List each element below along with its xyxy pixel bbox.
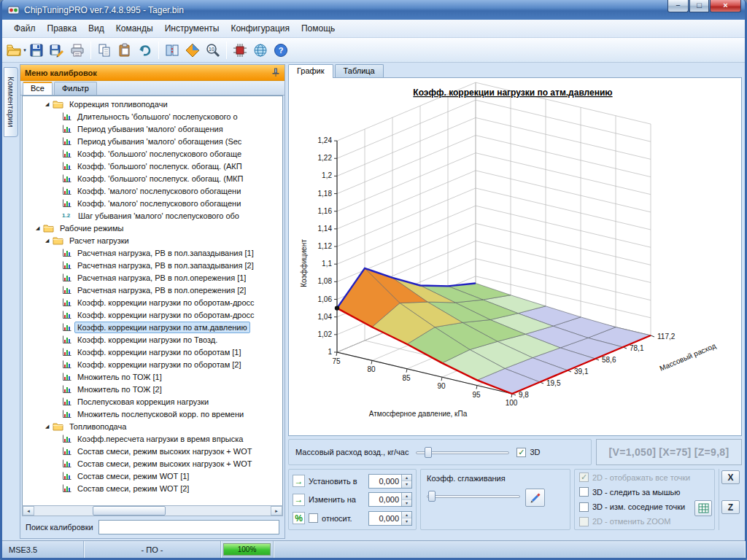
paste-button[interactable] bbox=[115, 40, 135, 61]
tree-item[interactable]: Коэфф. коррекции нагрузки по атм.давлени… bbox=[23, 321, 282, 333]
minimize-button[interactable]: − bbox=[667, 0, 689, 12]
menu-item-4[interactable]: Команды bbox=[110, 21, 159, 36]
tree-item[interactable]: Расчетная нагрузка, РВ в пол.запаздывани… bbox=[23, 246, 282, 259]
scroll-left-arrow[interactable]: ◂ bbox=[23, 506, 34, 516]
menu-item-1[interactable]: Файл bbox=[8, 21, 42, 36]
tree-item[interactable]: Множитель по ТОЖ [1] bbox=[23, 370, 282, 383]
tree-item[interactable]: Коэфф. коррекции нагрузки по Твозд. bbox=[23, 333, 282, 346]
tree-folder[interactable]: ◢Рабочие режимы bbox=[23, 222, 282, 234]
tree-item[interactable]: Период убывания 'малого' обогащения (Sec bbox=[23, 135, 282, 147]
tree-item[interactable]: Коэфф. 'малого' послепускового обогащени bbox=[23, 184, 282, 197]
help-button[interactable]: ? bbox=[271, 40, 291, 61]
set-value-field[interactable]: 0,000 bbox=[369, 475, 401, 488]
tree-item[interactable]: Послепусковая коррекция нагрузки bbox=[23, 395, 282, 408]
title-bar[interactable]: ChipTuningPRO ver.7.4.8.995 - Tager.bin … bbox=[2, 0, 745, 20]
tree-item[interactable]: Расчетная нагрузка, РВ в пол.опережения … bbox=[23, 271, 282, 284]
tab-graph[interactable]: График bbox=[288, 64, 333, 78]
mass-flow-slider[interactable] bbox=[416, 446, 509, 459]
tree-expander-icon[interactable]: ◢ bbox=[45, 238, 53, 244]
tree-item[interactable]: Коэфф. коррекции нагрузки по оборотам-др… bbox=[23, 308, 282, 321]
menu-item-6[interactable]: Конфигурация bbox=[225, 21, 295, 36]
3d-surface-chart[interactable]: 11,021,041,061,081,11,121,141,161,181,21… bbox=[290, 81, 742, 435]
print-button[interactable] bbox=[67, 40, 88, 61]
tree-item[interactable]: Множитель послепусковой корр. по времени bbox=[23, 408, 282, 420]
tree-folder[interactable]: ◢Топливоподача bbox=[23, 420, 282, 432]
tab-filter[interactable]: Фильтр bbox=[54, 82, 97, 95]
x-axis-button[interactable]: X bbox=[721, 470, 740, 484]
spinner-arrows[interactable]: ▴▾ bbox=[401, 512, 411, 525]
diff-button[interactable] bbox=[182, 40, 203, 61]
set-value-spinner[interactable]: 0,000 ▴▾ bbox=[368, 474, 412, 489]
tree-horizontal-scrollbar[interactable]: ◂ ▸ bbox=[22, 505, 283, 516]
tree-item[interactable]: Состав смеси, режим WOT [1] bbox=[23, 470, 282, 482]
tree-folder[interactable]: ◢Расчет нагрузки bbox=[23, 234, 282, 246]
tree-item[interactable]: Коэфф. 'большого' послепуск. обогащ. (МК… bbox=[23, 172, 282, 184]
tree-folder[interactable]: ◢Коррекция топливоподачи bbox=[23, 98, 282, 110]
slider-thumb[interactable] bbox=[428, 491, 436, 502]
surface-mesh bbox=[337, 268, 651, 394]
compare-button[interactable] bbox=[162, 40, 182, 61]
change-value-spinner[interactable]: 0,000 ▴▾ bbox=[368, 492, 412, 507]
tree-item[interactable]: Коэфф. 'малого' послепускового обогащени bbox=[23, 197, 282, 209]
menu-item-5[interactable]: Инструменты bbox=[159, 21, 225, 36]
tree-item[interactable]: Длительность 'большого' послепускового о bbox=[23, 110, 282, 122]
smoothing-slider[interactable] bbox=[427, 489, 520, 502]
tree-item[interactable]: Расчетная нагрузка, РВ в пол.опережения … bbox=[23, 284, 282, 296]
tree-item[interactable]: Состав смеси, режим высоких нагрузок + W… bbox=[23, 457, 282, 470]
tree-item[interactable]: Множитель по ТОЖ [2] bbox=[23, 383, 282, 395]
tree-expander-icon[interactable]: ◢ bbox=[36, 225, 43, 231]
spinner-arrows[interactable]: ▴▾ bbox=[401, 493, 411, 506]
menu-item-2[interactable]: Правка bbox=[42, 21, 83, 36]
relative-value-field[interactable]: 0,000 bbox=[369, 512, 401, 525]
tree-item[interactable]: Коэфф.пересчета нагрузки в время впрыска bbox=[23, 432, 282, 445]
toolbar-separator bbox=[90, 42, 91, 59]
tree-item[interactable]: Коэфф. коррекции нагрузки по оборотам [2… bbox=[23, 358, 282, 370]
checkbox-3d-view[interactable]: ✓ 3D bbox=[516, 448, 540, 457]
menu-item-3[interactable]: Вид bbox=[82, 21, 110, 36]
apply-smoothing-button[interactable] bbox=[525, 489, 545, 507]
tree-item[interactable]: Состав смеси, режим высоких нагрузок + W… bbox=[23, 445, 282, 457]
tree-item[interactable]: Коэфф. коррекции нагрузки по оборотам-др… bbox=[23, 296, 282, 308]
zoom-button[interactable]: 10 bbox=[203, 40, 223, 61]
option-checkbox-3[interactable]: 3D - изм. соседние точки bbox=[579, 502, 710, 512]
spinner-arrows[interactable]: ▴▾ bbox=[401, 475, 411, 488]
menu-item-7[interactable]: Помощь bbox=[295, 21, 341, 36]
option-checkbox-4[interactable]: 2D - отменить ZOOM bbox=[579, 517, 710, 526]
option-checkbox-1[interactable]: ✓2D - отображать все точки bbox=[579, 472, 710, 482]
relative-checkbox[interactable]: относит. bbox=[309, 513, 365, 523]
tree-expander-icon[interactable]: ◢ bbox=[45, 101, 53, 107]
open-button[interactable]: ▾ bbox=[6, 40, 26, 61]
scrollbar-thumb[interactable] bbox=[93, 506, 166, 516]
grid-table-button[interactable] bbox=[694, 500, 712, 516]
tab-table[interactable]: Таблица bbox=[335, 64, 384, 78]
relative-label: относит. bbox=[322, 514, 352, 523]
pin-icon[interactable] bbox=[271, 68, 280, 77]
change-value-field[interactable]: 0,000 bbox=[369, 493, 401, 506]
tree-item[interactable]: Коэфф. коррекции нагрузки по оборотам [1… bbox=[23, 346, 282, 358]
option-checkbox-2[interactable]: 3D - следить за мышью bbox=[579, 487, 710, 497]
tree-item[interactable]: Состав смеси, режим WOT [2] bbox=[23, 482, 282, 494]
save-button[interactable] bbox=[26, 40, 47, 61]
tree-item[interactable]: Коэфф. 'большого' послепускового обогаще bbox=[23, 147, 282, 160]
svg-text:1,08: 1,08 bbox=[318, 277, 333, 285]
tree-item[interactable]: Расчетная нагрузка, РВ в пол.запаздывани… bbox=[23, 259, 282, 271]
tree-item[interactable]: 1.2Шаг убывания 'малого' послепускового … bbox=[23, 209, 282, 222]
status-empty bbox=[274, 541, 745, 558]
save-as-button[interactable] bbox=[47, 40, 67, 61]
tab-comments[interactable]: Комментарии bbox=[4, 67, 18, 137]
tree-item[interactable]: Коэфф. 'большого' послепуск. обогащ. (АК… bbox=[23, 160, 282, 172]
scroll-right-arrow[interactable]: ▸ bbox=[271, 506, 282, 516]
maximize-button[interactable]: □ bbox=[689, 0, 709, 12]
slider-thumb[interactable] bbox=[425, 447, 432, 458]
undo-button[interactable] bbox=[135, 40, 155, 61]
search-input[interactable] bbox=[98, 520, 279, 534]
close-button[interactable]: × bbox=[710, 0, 741, 12]
tab-all[interactable]: Все bbox=[23, 82, 53, 95]
chip-button[interactable] bbox=[230, 40, 250, 61]
tree-item[interactable]: Период убывания 'малого' обогащения bbox=[23, 122, 282, 135]
tree-expander-icon[interactable]: ◢ bbox=[45, 424, 53, 429]
network-button[interactable] bbox=[250, 40, 271, 61]
z-axis-button[interactable]: Z bbox=[721, 500, 740, 514]
relative-value-spinner[interactable]: 0,000 ▴▾ bbox=[368, 511, 412, 526]
copy-button[interactable] bbox=[94, 40, 115, 61]
